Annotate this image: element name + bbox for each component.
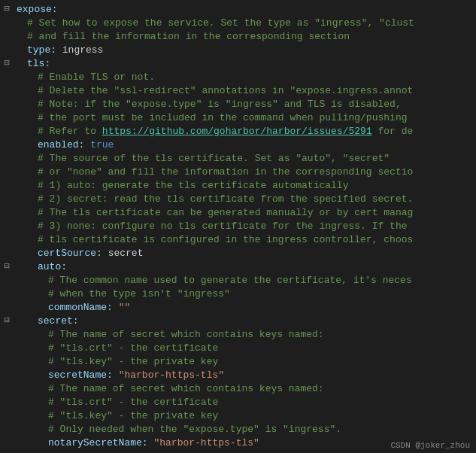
- code-line: # or "none" and fill the information in …: [0, 166, 476, 179]
- code-line: # Note: if the "expose.type" is "ingress…: [0, 98, 476, 111]
- code-content: # or "none" and fill the information in …: [14, 166, 476, 179]
- yaml-value-string: "harbor-https-tls": [153, 437, 259, 448]
- yaml-comment: # Enable TLS or not.: [38, 71, 155, 83]
- yaml-comment: # The source of the tls certificate. Set…: [38, 153, 390, 164]
- yaml-comment: # and fill the information in the corres…: [27, 31, 350, 42]
- code-content: # Note: if the "expose.type" is "ingress…: [14, 98, 476, 111]
- gutter-icon[interactable]: ⊟: [0, 57, 14, 68]
- code-line: # Set how to expose the service. Set the…: [0, 17, 476, 30]
- code-line: # The common name used to generate the c…: [0, 274, 476, 287]
- yaml-key: secret:: [38, 315, 79, 327]
- code-content: certSource: secret: [14, 247, 476, 260]
- code-line: # tls certificate is configured in the i…: [0, 233, 476, 247]
- code-content: # Set how to expose the service. Set the…: [14, 17, 476, 30]
- yaml-comment: # or "none" and fill the information in …: [38, 166, 413, 178]
- yaml-value: secret: [108, 248, 144, 259]
- yaml-comment: # 3) none: configure no tls certificate …: [38, 220, 407, 232]
- code-line: ⊟secret:: [0, 315, 476, 328]
- code-content: # 2) secret: read the tls certificate fr…: [14, 193, 476, 206]
- code-content: # 1) auto: generate the tls certificate …: [14, 179, 476, 193]
- yaml-comment: # Note: if the "expose.type" is "ingress…: [38, 99, 402, 110]
- yaml-comment: # "tls.crt" - the certificate: [48, 397, 218, 408]
- code-line: # "tls.key" - the private key: [0, 409, 476, 423]
- code-line: # The tls certificate can be generated m…: [0, 206, 476, 220]
- code-content: # The common name used to generate the c…: [14, 274, 476, 287]
- code-line: # and fill the information in the corres…: [0, 30, 476, 44]
- code-line: # Only needed when the "expose.type" is …: [0, 423, 476, 436]
- yaml-key: tls:: [27, 58, 50, 69]
- code-line: ⊟auto:: [0, 260, 476, 274]
- yaml-value-string: "harbor-https-tls": [119, 369, 224, 381]
- yaml-value-bool: true: [90, 139, 114, 150]
- code-line: ⊟expose:: [0, 3, 476, 17]
- code-line: # 1) auto: generate the tls certificate …: [0, 179, 476, 193]
- yaml-comment: # The common name used to generate the c…: [48, 275, 412, 286]
- code-content: # and fill the information in the corres…: [14, 30, 476, 44]
- code-line: # The name of secret which contains keys…: [0, 328, 476, 342]
- yaml-comment: # tls certificate is configured in the i…: [38, 234, 413, 245]
- code-line: # Refer to https://github.com/goharbor/h…: [0, 125, 476, 138]
- code-line: # "tls.crt" - the certificate: [0, 342, 476, 355]
- yaml-comment: # when the type isn't "ingress": [48, 288, 230, 299]
- code-content: # "tls.crt" - the certificate: [14, 396, 476, 409]
- yaml-key: secretName:: [48, 369, 119, 381]
- code-content: auto:: [14, 260, 476, 274]
- yaml-comment: # 2) secret: read the tls certificate fr…: [38, 193, 413, 205]
- code-editor: ⊟expose:# Set how to expose the service.…: [0, 0, 476, 453]
- yaml-key: notarySecretName:: [48, 437, 153, 448]
- yaml-comment: # Set how to expose the service. Set the…: [27, 17, 414, 29]
- code-line: type: ingress: [0, 44, 476, 57]
- code-content: # 3) none: configure no tls certificate …: [14, 220, 476, 233]
- code-line: # 2) secret: read the tls certificate fr…: [0, 193, 476, 206]
- yaml-key: commonName:: [48, 302, 119, 313]
- yaml-key: enabled:: [38, 139, 90, 150]
- gutter-icon[interactable]: ⊟: [0, 260, 14, 272]
- yaml-key: certSource:: [38, 248, 108, 259]
- code-content: # "tls.key" - the private key: [14, 355, 476, 369]
- yaml-comment: # The tls certificate can be generated m…: [38, 207, 413, 218]
- code-content: # The name of secret which contains keys…: [14, 382, 476, 396]
- code-content: # Delete the "ssl-redirect" annotations …: [14, 84, 476, 98]
- code-content: # Enable TLS or not.: [14, 71, 476, 84]
- code-content: # "tls.key" - the private key: [14, 409, 476, 423]
- code-content: enabled: true: [14, 138, 476, 152]
- code-content: # The source of the tls certificate. Set…: [14, 152, 476, 166]
- code-content: # Only needed when the "expose.type" is …: [14, 423, 476, 436]
- yaml-key: expose:: [17, 4, 58, 15]
- watermark: CSDN @joker_zhou: [390, 441, 470, 450]
- code-content: # "tls.crt" - the certificate: [14, 342, 476, 355]
- yaml-link[interactable]: https://github.com/goharbor/harbor/issue…: [102, 126, 372, 137]
- gutter-icon[interactable]: ⊟: [0, 3, 14, 14]
- code-content: tls:: [14, 57, 476, 71]
- code-line: # Delete the "ssl-redirect" annotations …: [0, 84, 476, 98]
- gutter-icon[interactable]: ⊟: [0, 315, 14, 326]
- yaml-key: auto:: [38, 261, 67, 272]
- code-line: # "tls.key" - the private key: [0, 355, 476, 369]
- yaml-comment: # Refer to: [38, 126, 102, 137]
- code-line: # when the type isn't "ingress": [0, 287, 476, 301]
- yaml-value: ingress: [62, 44, 104, 56]
- code-content: # the port must be included in the comma…: [14, 111, 476, 125]
- yaml-comment: # The name of secret which contains keys…: [48, 329, 324, 340]
- code-content: # when the type isn't "ingress": [14, 287, 476, 301]
- code-content: commonName: "": [14, 301, 476, 315]
- yaml-comment: # the port must be included in the comma…: [38, 112, 407, 123]
- code-line: ⊟tls:: [0, 57, 476, 71]
- code-line: # 3) none: configure no tls certificate …: [0, 220, 476, 233]
- yaml-comment: # The name of secret which contains keys…: [48, 383, 324, 394]
- yaml-comment: # Only needed when the "expose.type" is …: [48, 424, 341, 435]
- code-line: commonName: "": [0, 301, 476, 315]
- code-line: # The name of secret which contains keys…: [0, 382, 476, 396]
- yaml-comment: # Delete the "ssl-redirect" annotations …: [38, 85, 413, 96]
- yaml-comment: for de: [372, 126, 414, 137]
- code-content: secretName: "harbor-https-tls": [14, 369, 476, 382]
- code-line: # the port must be included in the comma…: [0, 111, 476, 125]
- yaml-key: type:: [27, 44, 62, 56]
- code-content: type: ingress: [14, 44, 476, 57]
- code-content: secret:: [14, 315, 476, 328]
- code-content: expose:: [14, 3, 476, 17]
- code-content: # Refer to https://github.com/goharbor/h…: [14, 125, 476, 138]
- code-content: # The name of secret which contains keys…: [14, 328, 476, 342]
- code-content: # tls certificate is configured in the i…: [14, 233, 476, 247]
- yaml-comment: # "tls.key" - the private key: [48, 356, 218, 367]
